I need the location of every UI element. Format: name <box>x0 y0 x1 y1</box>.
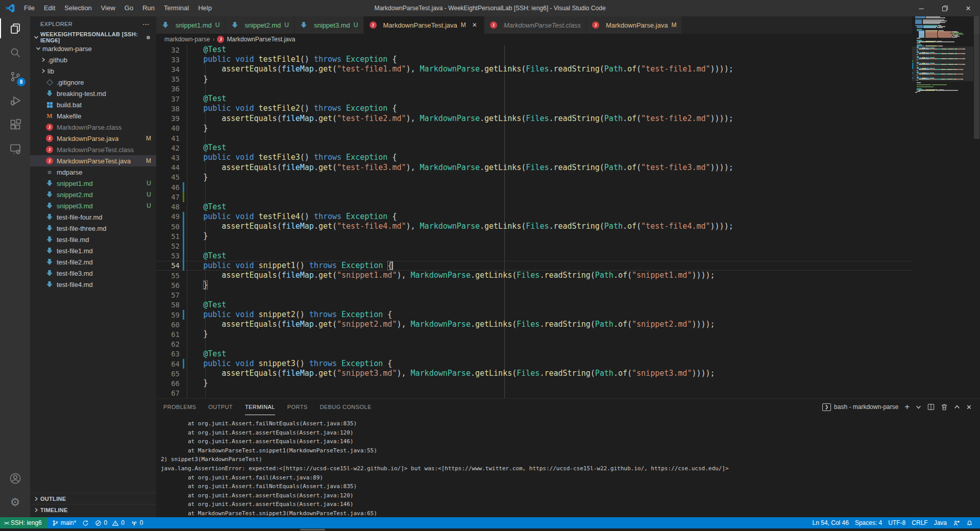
close-panel-icon[interactable]: ✕ <box>966 403 972 411</box>
code-editor[interactable]: 32 @Test33 public void testFile1() throw… <box>156 45 973 398</box>
maximize-panel-icon[interactable] <box>954 404 960 410</box>
code-line-57[interactable]: 57 <box>156 290 973 300</box>
run-debug-icon[interactable] <box>0 88 30 112</box>
feedback-icon[interactable] <box>950 517 963 528</box>
code-line-42[interactable]: 42 @Test <box>156 143 973 153</box>
terminal-output[interactable]: at org.junit.Assert.failNotEquals(Assert… <box>156 415 980 518</box>
tree-item-test-file1.md[interactable]: test-file1.md <box>30 245 156 256</box>
remote-indicator[interactable]: >< SSH: ieng6 <box>0 517 47 528</box>
tree-item-test-file.md[interactable]: test-file.md <box>30 234 156 245</box>
search-icon[interactable] <box>0 40 30 64</box>
explorer-icon[interactable] <box>0 16 30 40</box>
menu-item-file[interactable]: File <box>19 0 39 16</box>
code-line-38[interactable]: 38 public void testFile2() throws Except… <box>156 104 973 113</box>
outline-section[interactable]: OUTLINE <box>30 493 156 504</box>
tree-item-.github[interactable]: .github <box>30 54 156 65</box>
notifications-bell-icon[interactable] <box>963 517 976 528</box>
terminal-selector[interactable]: ❯ bash - markdown-parse <box>822 403 898 411</box>
code-line-35[interactable]: 35 } <box>156 75 973 84</box>
terminal-hscrollbar[interactable] <box>300 529 325 530</box>
panel-tab-debug-console[interactable]: DEBUG CONSOLE <box>320 399 372 415</box>
editor-scrollbar[interactable] <box>973 16 980 370</box>
terminal-dropdown-icon[interactable] <box>916 404 921 410</box>
tree-item-.gitignore[interactable]: .gitignore <box>30 77 156 88</box>
ports-indicator[interactable]: 0 <box>128 517 146 528</box>
menu-item-selection[interactable]: Selection <box>60 0 96 16</box>
tree-item-snippet2.md[interactable]: snippet2.mdU <box>30 189 156 200</box>
sidebar-more-icon[interactable]: ⋯ <box>142 20 150 28</box>
language-mode[interactable]: Java <box>931 517 950 528</box>
minimap[interactable] <box>912 16 973 370</box>
code-line-44[interactable]: 44 assertEquals(fileMap.get("test-file3.… <box>156 163 973 173</box>
sync-indicator[interactable] <box>79 517 92 528</box>
code-line-56[interactable]: 56 } <box>156 280 973 290</box>
code-line-39[interactable]: 39 assertEquals(fileMap.get("test-file2.… <box>156 114 973 124</box>
code-line-32[interactable]: 32 @Test <box>156 45 973 55</box>
code-line-40[interactable]: 40 } <box>156 124 973 133</box>
tree-item-mdparse[interactable]: ≡mdparse <box>30 166 156 178</box>
minimap-viewport[interactable] <box>912 46 973 81</box>
tree-item-breaking-test.md[interactable]: breaking-test.md <box>30 88 156 99</box>
timeline-section[interactable]: TIMELINE <box>30 504 156 515</box>
breadcrumb[interactable]: markdown-parse › J MarkdownParseTest.jav… <box>156 34 980 45</box>
branch-indicator[interactable]: main* <box>49 517 80 528</box>
tree-item-MarkdownParseTest.class[interactable]: JMarkdownParseTest.class <box>30 144 156 155</box>
code-line-64[interactable]: 64 public void snippet3() throws Excepti… <box>156 359 973 369</box>
tree-item-build.bat[interactable]: build.bat <box>30 99 156 110</box>
code-line-41[interactable]: 41 <box>156 133 973 143</box>
tree-item-snippet3.md[interactable]: snippet3.mdU <box>30 200 156 211</box>
new-terminal-icon[interactable]: + <box>904 402 910 412</box>
tree-item-snippet1.md[interactable]: snippet1.mdU <box>30 178 156 189</box>
tree-item-test-file2.md[interactable]: test-file2.md <box>30 256 156 268</box>
panel-tab-output[interactable]: OUTPUT <box>208 399 233 415</box>
tree-item-MarkdownParseTest.java[interactable]: JMarkdownParseTest.javaM <box>30 155 156 166</box>
menu-item-terminal[interactable]: Terminal <box>159 0 193 16</box>
menu-item-help[interactable]: Help <box>193 0 216 16</box>
minimize-button[interactable]: ─ <box>910 0 933 16</box>
code-line-33[interactable]: 33 public void testFile1() throws Except… <box>156 55 973 64</box>
tree-item-test-file4.md[interactable]: test-file4.md <box>30 279 156 290</box>
code-line-53[interactable]: 53 @Test <box>156 251 973 261</box>
tree-item-MarkdownParse.class[interactable]: JMarkdownParse.class <box>30 122 156 133</box>
code-line-50[interactable]: 50 assertEquals(fileMap.get("test-file4.… <box>156 222 973 231</box>
code-line-66[interactable]: 66 } <box>156 378 973 388</box>
panel-tab-terminal[interactable]: TERMINAL <box>245 399 275 415</box>
code-line-49[interactable]: 49 public void testFile4() throws Except… <box>156 212 973 222</box>
remote-explorer-icon[interactable] <box>0 136 30 160</box>
settings-gear-icon[interactable]: ⚙ <box>0 490 30 514</box>
tab-snippet2.md[interactable]: snippet2.mdU <box>226 16 295 34</box>
code-line-46[interactable]: 46 <box>156 182 973 192</box>
code-line-48[interactable]: 48 @Test <box>156 202 973 212</box>
code-line-36[interactable]: 36 <box>156 84 973 94</box>
tree-item-test-file-four.md[interactable]: test-file-four.md <box>30 211 156 223</box>
code-line-51[interactable]: 51 } <box>156 231 973 241</box>
close-button[interactable]: ✕ <box>957 0 980 16</box>
extensions-icon[interactable] <box>0 112 30 136</box>
tab-MarkdownParseTest.java[interactable]: JMarkdownParseTest.javaM✕ <box>364 16 484 34</box>
tab-MarkdownParseTest.class[interactable]: JMarkdownParseTest.class <box>484 16 586 34</box>
code-line-55[interactable]: 55 assertEquals(fileMap.get("snippet1.md… <box>156 271 973 280</box>
tab-snippet3.md[interactable]: snippet3.mdU <box>295 16 364 34</box>
close-tab-icon[interactable]: ✕ <box>471 21 479 29</box>
source-control-icon[interactable]: 8 <box>0 64 30 88</box>
menu-item-run[interactable]: Run <box>138 0 159 16</box>
workspace-section-header[interactable]: WEEKEIGHTPERSONALLAB [SSH: IENG6] <box>30 32 156 43</box>
code-line-52[interactable]: 52 <box>156 241 973 251</box>
code-line-63[interactable]: 63 @Test <box>156 349 973 359</box>
code-line-58[interactable]: 58 @Test <box>156 300 973 310</box>
accounts-icon[interactable] <box>0 466 30 490</box>
menu-item-go[interactable]: Go <box>120 0 138 16</box>
tree-item-test-file3.md[interactable]: test-file3.md <box>30 268 156 279</box>
menu-item-view[interactable]: View <box>96 0 120 16</box>
breadcrumb-file[interactable]: MarkdownParseTest.java <box>227 36 295 43</box>
code-line-62[interactable]: 62 <box>156 340 973 349</box>
code-line-54[interactable]: 54 public void snippet1() throws Excepti… <box>156 261 973 271</box>
tree-item-Makefile[interactable]: MMakefile <box>30 110 156 122</box>
tab-snippet1.md[interactable]: snippet1.mdU <box>156 16 226 34</box>
tree-item-markdown-parse[interactable]: markdown-parse <box>30 43 156 54</box>
indentation[interactable]: Spaces: 4 <box>852 517 885 528</box>
cursor-position[interactable]: Ln 54, Col 46 <box>810 517 852 528</box>
kill-terminal-icon[interactable] <box>941 403 948 411</box>
tree-item-MarkdownParse.java[interactable]: JMarkdownParse.javaM <box>30 133 156 144</box>
code-line-65[interactable]: 65 assertEquals(fileMap.get("snippet3.md… <box>156 369 973 378</box>
